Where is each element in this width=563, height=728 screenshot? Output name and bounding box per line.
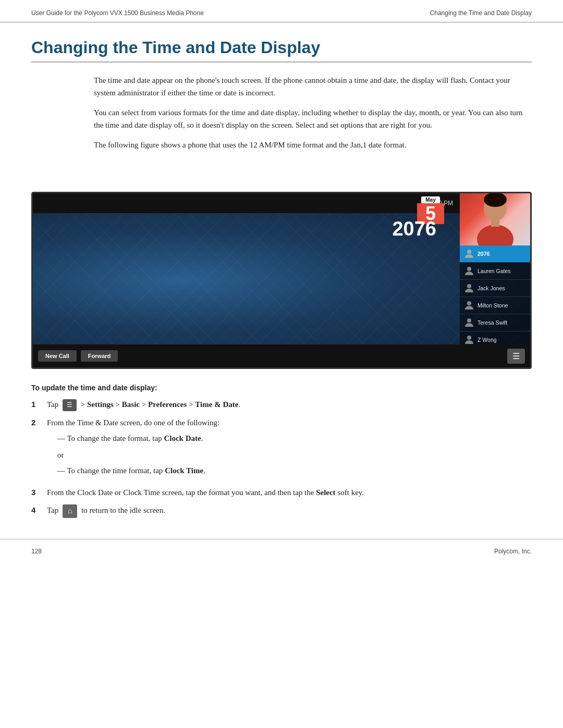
contact-icon-1: [463, 265, 475, 277]
svg-rect-3: [491, 219, 499, 227]
step1-text-before: Tap: [47, 400, 58, 409]
svg-point-7: [467, 301, 471, 305]
footer-page-number: 128: [31, 548, 42, 555]
svg-point-5: [467, 267, 471, 271]
contact-row-0[interactable]: 2076: [460, 245, 530, 263]
contact-row-3[interactable]: Milton Stone: [460, 297, 530, 314]
step2-sublist-2: To change the time format, tap Clock Tim…: [47, 464, 532, 477]
step-number-3: 3: [31, 486, 47, 499]
phone-avatar: [460, 193, 530, 245]
contact-name-0: 2076: [478, 251, 489, 257]
step-1: 1 Tap ☰ > Settings > Basic > Preferences…: [31, 398, 532, 411]
step-content-2: From the Time & Date screen, do one of t…: [47, 416, 532, 481]
step2-text: From the Time & Date screen, do one of t…: [47, 418, 219, 427]
step-content-3: From the Clock Date or Clock Time screen…: [47, 486, 532, 499]
page-title: Changing the Time and Date Display: [31, 38, 532, 63]
step4-text-before: Tap: [47, 506, 58, 514]
step2-subitem-2: To change the time format, tap Clock Tim…: [57, 464, 532, 477]
phone-sidebar: 2076 Lauren Gates Jack Jones Milton Ston…: [460, 245, 530, 344]
home-icon-inline: ⌂: [63, 504, 77, 518]
paragraph-2: You can select from various formats for …: [94, 106, 532, 131]
contact-name-2: Jack Jones: [478, 285, 505, 291]
page-header: User Guide for the Polycom VVX 1500 Busi…: [0, 0, 563, 22]
header-right: Changing the Time and Date Display: [430, 9, 532, 17]
step-3: 3 From the Clock Date or Clock Time scre…: [31, 486, 532, 499]
contact-name-1: Lauren Gates: [478, 268, 511, 274]
svg-point-9: [467, 336, 471, 340]
step-number-2: 2: [31, 416, 47, 481]
contact-row-2[interactable]: Jack Jones: [460, 280, 530, 297]
phone-year: 2076: [392, 218, 436, 240]
contact-row-1[interactable]: Lauren Gates: [460, 263, 530, 280]
phone-year-area: 2076: [33, 213, 447, 244]
step-number-1: 1: [31, 398, 47, 411]
step-content-1: Tap ☰ > Settings > Basic > Preferences >…: [47, 398, 532, 411]
contact-icon-4: [463, 316, 475, 329]
step-2: 2 From the Time & Date screen, do one of…: [31, 416, 532, 481]
paragraph-3: The following figure shows a phone that …: [94, 139, 532, 151]
instructions-heading: To update the time and date display:: [31, 384, 532, 392]
footer-company: Polycom, Inc.: [494, 548, 532, 555]
softkey-new-call[interactable]: New Call: [38, 350, 77, 362]
step4-text-after: to return to the idle screen.: [81, 506, 165, 514]
contact-name-5: Z Wong: [478, 337, 497, 343]
contact-icon-2: [463, 282, 475, 294]
svg-point-6: [467, 284, 471, 288]
header-left: User Guide for the Polycom VVX 1500 Busi…: [31, 9, 204, 17]
main-content: Changing the Time and Date Display The t…: [0, 22, 563, 179]
phone-topbar: 4:10 PM: [33, 193, 530, 213]
contact-name-3: Milton Stone: [478, 302, 508, 309]
step-content-4: Tap ⌂ to return to the idle screen.: [47, 504, 532, 518]
contact-icon-0: [463, 248, 475, 260]
page-footer: 128 Polycom, Inc.: [0, 539, 563, 563]
contact-name-4: Teresa Swift: [478, 319, 507, 326]
contact-row-4[interactable]: Teresa Swift: [460, 314, 530, 331]
menu-icon-inline: ☰: [63, 399, 77, 411]
contact-icon-3: [463, 299, 475, 312]
avatar-svg: [474, 193, 516, 245]
menu-icon: ☰: [512, 352, 520, 361]
step2-sublist: To change the date format, tap Clock Dat…: [47, 432, 532, 445]
step1-text-after: > Settings > Basic > Preferences > Time …: [81, 400, 240, 409]
paragraph-1: The time and date appear on the phone's …: [94, 74, 532, 99]
avatar-image: [460, 193, 530, 245]
svg-point-4: [467, 250, 471, 254]
menu-icon-button[interactable]: ☰: [507, 349, 525, 364]
step-4: 4 Tap ⌂ to return to the idle screen.: [31, 504, 532, 518]
svg-point-8: [467, 318, 471, 323]
softkey-forward[interactable]: Forward: [81, 350, 118, 362]
step2-subitem-1: To change the date format, tap Clock Dat…: [57, 432, 532, 445]
step2-or: or: [47, 449, 532, 461]
step-number-4: 4: [31, 504, 47, 518]
step-list: 1 Tap ☰ > Settings > Basic > Preferences…: [31, 398, 532, 518]
svg-point-2: [477, 225, 513, 245]
phone-bottombar: New Call Forward ☰: [33, 344, 530, 367]
instructions-section: To update the time and date display: 1 T…: [31, 384, 532, 518]
phone-screen: 4:10 PM May 5 2076: [31, 192, 532, 369]
